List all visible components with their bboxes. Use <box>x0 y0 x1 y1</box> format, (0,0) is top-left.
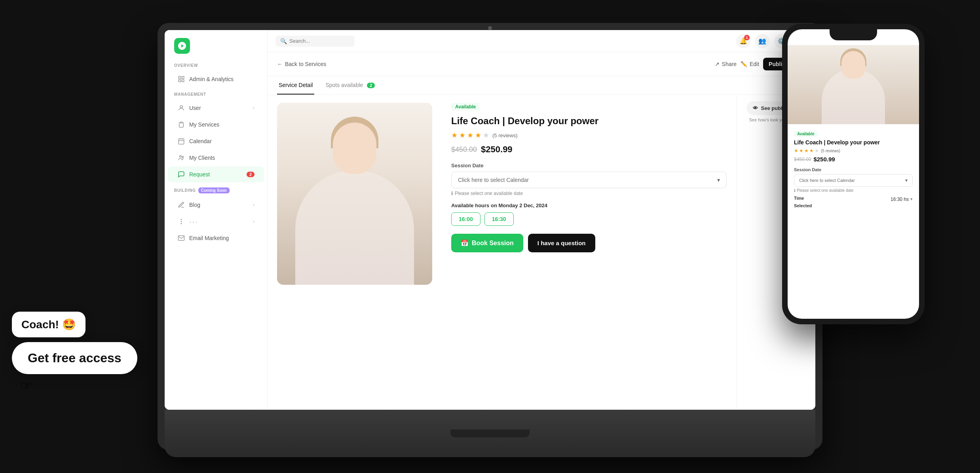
overview-section-label: OVERVIEW <box>165 63 267 71</box>
calendar-icon-btn: 📅 <box>461 239 469 247</box>
phone-time-label: Time <box>794 196 804 201</box>
sidebar-item-calendar[interactable]: Calendar <box>168 133 264 149</box>
service-title: Life Coach | Develop your power <box>451 115 727 127</box>
request-badge: 2 <box>247 172 254 177</box>
laptop-screen: OVERVIEW Admin & Analytics MANAGEMENT Us… <box>165 30 815 410</box>
search-box[interactable]: 🔍 <box>275 36 355 47</box>
user-icon <box>177 104 185 112</box>
search-input[interactable] <box>289 38 345 44</box>
sidebar: OVERVIEW Admin & Analytics MANAGEMENT Us… <box>165 30 268 410</box>
sidebar-item-my-clients[interactable]: My Clients <box>168 150 264 166</box>
search-icon: 🔍 <box>280 38 287 44</box>
laptop-base-notch <box>450 429 530 437</box>
chevron-right-icon-2: › <box>253 202 254 208</box>
phone-content: Available Life Coach | Develop your powe… <box>788 29 919 319</box>
topbar: 🔍 🔔 1 👥 ⚙️ 👩 <box>268 30 815 52</box>
sidebar-item-request-label: Request <box>189 171 210 178</box>
time-slot-1630[interactable]: 16:30 <box>484 212 514 226</box>
tab-spots-available[interactable]: Spots available 2 <box>324 76 376 95</box>
phone-reviews-text: (5 reviews) <box>821 149 840 153</box>
phone-notch <box>830 29 877 40</box>
svg-point-4 <box>180 106 182 108</box>
building-section-label: BUILDING <box>174 188 196 193</box>
services-icon <box>177 121 185 129</box>
phone-star-3: ★ <box>804 148 809 153</box>
calendar-placeholder: Click here to select Calendar <box>458 177 529 183</box>
phone-calendar-select[interactable]: Click here to select Calendar ▾ <box>794 174 913 187</box>
dropdown-icon: ▾ <box>717 177 720 183</box>
get-free-access-button[interactable]: Get free access <box>12 342 137 374</box>
phone-calendar-placeholder: Click here to select Calendar <box>799 178 855 183</box>
phone-info-icon: ℹ <box>794 188 796 193</box>
sidebar-item-email-marketing[interactable]: Email Marketing <box>168 230 264 246</box>
sidebar-item-calendar-label: Calendar <box>189 138 212 144</box>
star-5: ★ <box>483 131 489 140</box>
service-image-col <box>268 95 442 410</box>
ask-question-button[interactable]: I have a question <box>528 234 595 252</box>
email-icon <box>177 234 185 242</box>
session-date-label: Session Date <box>451 163 727 168</box>
status-badge: Available <box>451 103 480 111</box>
phone-star-4: ★ <box>809 148 814 153</box>
edit-icon: ✏️ <box>741 61 747 67</box>
svg-point-11 <box>182 156 184 158</box>
calendar-icon <box>177 137 185 145</box>
sidebar-item-user-label: User <box>189 105 201 111</box>
users-button[interactable]: 👥 <box>755 34 769 48</box>
share-icon: ↗ <box>715 61 720 67</box>
svg-point-14 <box>181 223 182 224</box>
back-to-services-button[interactable]: ← Back to Services <box>277 61 326 67</box>
svg-point-10 <box>180 155 182 157</box>
service-detail: Available Life Coach | Develop your powe… <box>268 95 815 410</box>
phone-service-title: Life Coach | Develop your power <box>794 139 913 146</box>
info-icon: ℹ <box>451 191 453 196</box>
phone-price-row: $450.00 $250.99 <box>794 156 913 163</box>
app-logo[interactable] <box>174 38 190 54</box>
blog-icon <box>177 201 185 209</box>
sidebar-item-user[interactable]: User › <box>168 100 264 116</box>
phone-status-badge: Available <box>794 131 818 137</box>
laptop-base <box>165 410 815 457</box>
sidebar-item-request[interactable]: Request 2 <box>168 166 264 182</box>
book-session-button[interactable]: 📅 Book Session <box>451 234 523 252</box>
star-4: ★ <box>475 131 481 140</box>
sidebar-item-services-label: My Services <box>189 121 219 128</box>
share-button[interactable]: ↗ Share <box>715 61 737 67</box>
star-2: ★ <box>459 131 465 140</box>
sidebar-item-admin[interactable]: Admin & Analytics <box>168 71 264 87</box>
sidebar-item-email-label: Email Marketing <box>189 235 229 241</box>
reviews-text: (5 reviews) <box>492 132 518 138</box>
service-info-col: Available Life Coach | Develop your powe… <box>442 95 736 410</box>
calendar-select[interactable]: Click here to select Calendar ▾ <box>451 172 727 188</box>
phone-time-chevron: ▾ <box>910 197 913 202</box>
current-price: $250.99 <box>481 144 513 155</box>
notifications-button[interactable]: 🔔 1 <box>736 34 750 48</box>
time-slot-1600[interactable]: 16:00 <box>451 212 481 226</box>
promo-container: Coach! 🤩 Get free access ☞ <box>12 312 137 394</box>
arrow-left-icon: ← <box>277 61 283 67</box>
app-layout: OVERVIEW Admin & Analytics MANAGEMENT Us… <box>165 30 815 410</box>
laptop-device: OVERVIEW Admin & Analytics MANAGEMENT Us… <box>158 23 822 450</box>
clients-icon <box>177 154 185 162</box>
svg-rect-5 <box>180 122 182 123</box>
svg-rect-3 <box>179 80 180 82</box>
svg-rect-0 <box>179 76 180 78</box>
eye-icon: 👁 <box>753 105 758 111</box>
edit-button[interactable]: ✏️ Edit <box>741 61 759 67</box>
sidebar-item-blog[interactable]: Blog › <box>168 197 264 213</box>
sidebar-item-my-services[interactable]: My Services <box>168 117 264 132</box>
phone-session-label: Session Date <box>794 167 913 172</box>
phone-selected-time: 16:30 hs <box>891 197 909 202</box>
available-hours-label: Available hours on Monday 2 Dec, 2024 <box>451 202 727 208</box>
phone-service-image <box>788 45 919 124</box>
star-3: ★ <box>467 131 473 140</box>
phone-rating-row: ★ ★ ★ ★ ★ (5 reviews) <box>794 148 913 153</box>
sidebar-item-more[interactable]: ··· › <box>168 214 264 229</box>
phone-dropdown-icon: ▾ <box>905 178 908 183</box>
phone-original-price: $450.00 <box>794 157 811 162</box>
chevron-right-icon: › <box>253 105 254 111</box>
phone-current-price: $250.99 <box>813 156 835 163</box>
spots-badge: 2 <box>367 83 375 88</box>
tab-service-detail[interactable]: Service Detail <box>277 76 314 95</box>
sidebar-item-admin-label: Admin & Analytics <box>189 76 234 82</box>
